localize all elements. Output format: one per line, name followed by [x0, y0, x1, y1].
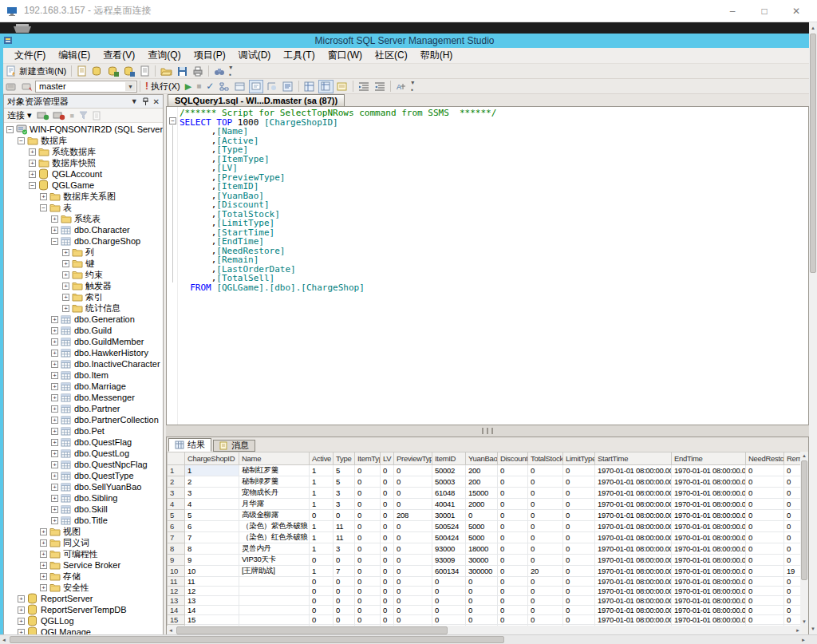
grid-cell[interactable]: 0 [528, 577, 563, 587]
tree-item[interactable]: +dbo.QuestLog [4, 448, 163, 459]
grid-cell[interactable]: 0 [310, 615, 334, 625]
grid-cell[interactable]: 0 [381, 577, 394, 587]
tree-item[interactable]: −数据库 [4, 135, 163, 146]
grid-cell[interactable]: 0 [432, 596, 466, 606]
grid-cell[interactable]: 0 [498, 510, 528, 521]
tab-messages[interactable]: 消息 [213, 440, 255, 452]
grid-cell[interactable] [239, 596, 310, 606]
grid-cell[interactable]: 0 [334, 606, 355, 615]
row-header[interactable]: 12 [168, 587, 185, 596]
grid-cell[interactable]: 0 [528, 476, 563, 488]
intellisense-button[interactable] [249, 80, 263, 93]
close-panel-icon[interactable]: ✕ [153, 97, 160, 106]
grid-cell[interactable]: 0 [498, 488, 528, 499]
tree-expander-icon[interactable]: + [51, 428, 58, 435]
copy-doc-button[interactable] [138, 65, 152, 78]
grid-cell[interactable]: 灵兽内丹 [239, 543, 310, 555]
grid-cell[interactable]: 0 [381, 587, 394, 596]
grid-cell[interactable]: 0 [784, 615, 803, 625]
tree-item[interactable]: +dbo.Marriage [4, 381, 163, 392]
grid-cell[interactable]: 0 [498, 465, 528, 476]
tree-expander-icon[interactable]: − [51, 238, 58, 245]
tree-expander-icon[interactable]: + [51, 517, 58, 524]
grid-cell[interactable]: 1970-01-01 08:00:00.000 [672, 488, 746, 499]
open-file-button[interactable] [159, 65, 174, 78]
grid-cell[interactable]: 0 [355, 577, 381, 587]
grid-cell[interactable]: 1 [310, 532, 334, 543]
grid-cell[interactable]: 19 [784, 566, 803, 577]
connect-query-button[interactable] [4, 80, 18, 93]
grid-cell[interactable]: 0 [355, 555, 381, 566]
grid-cell[interactable]: 0 [432, 577, 466, 587]
grid-cell[interactable]: 11 [185, 577, 239, 587]
menu-item[interactable]: 文件(F) [8, 47, 52, 64]
grid-cell[interactable]: 1970-01-01 08:00:00.000 [672, 606, 746, 615]
column-header[interactable]: NeedRestore [746, 452, 784, 465]
open-db-1-button[interactable] [90, 65, 105, 78]
tree-item[interactable]: +ReportServerTempDB [4, 604, 163, 615]
menu-item[interactable]: 窗口(W) [322, 47, 369, 64]
tree-expander-icon[interactable]: + [51, 215, 58, 223]
grid-cell[interactable]: 500424 [432, 532, 466, 543]
grid-cell[interactable]: 0 [355, 615, 381, 625]
grid-cell[interactable]: 0 [355, 465, 381, 476]
tree-expander-icon[interactable]: + [51, 316, 58, 323]
grid-cell[interactable]: 0 [746, 587, 784, 596]
grid-cell[interactable]: 0 [334, 596, 355, 606]
tree-item[interactable]: +系统表 [4, 213, 163, 224]
find-button[interactable] [212, 65, 227, 78]
grid-cell[interactable]: 0 [394, 587, 432, 596]
tree-expander-icon[interactable]: + [51, 383, 58, 390]
execute-button[interactable]: ! 执行(X) [144, 80, 182, 93]
tree-item[interactable]: +dbo.Pet [4, 425, 163, 437]
grid-cell[interactable]: 1970-01-01 08:00:00.000 [595, 566, 672, 577]
grid-cell[interactable]: 0 [563, 476, 595, 488]
grid-cell[interactable]: 0 [498, 566, 528, 577]
toolbar-overflow-icon[interactable]: ▾▪ [229, 64, 231, 78]
grid-cell[interactable]: 0 [466, 510, 498, 521]
sql-code[interactable]: /****** Script for SelectTopNRows comman… [180, 109, 496, 292]
column-header[interactable]: LimitType [563, 452, 595, 465]
row-header[interactable]: 11 [168, 577, 185, 587]
tree-expander-icon[interactable]: − [40, 204, 47, 211]
grid-cell[interactable]: 0 [746, 521, 784, 532]
grid-cell[interactable]: 0 [381, 566, 394, 577]
menu-item[interactable]: 调试(D) [232, 47, 278, 64]
grid-cell[interactable]: 0 [394, 476, 432, 488]
tree-item[interactable]: +ReportServer [4, 593, 163, 604]
grid-cell[interactable]: 0 [563, 465, 595, 476]
grid-cell[interactable]: 1 [310, 566, 334, 577]
grid-cell[interactable]: 0 [498, 606, 528, 615]
grid-cell[interactable]: 1970-01-01 08:00:00.000 [595, 488, 672, 499]
query-options-button[interactable] [233, 80, 247, 93]
grid-cell[interactable]: VIP30天卡 [239, 555, 310, 566]
grid-cell[interactable]: 0 [466, 596, 498, 606]
grid-cell[interactable]: 0 [355, 532, 381, 543]
grid-cell[interactable]: 0 [746, 488, 784, 499]
tree-item[interactable]: +dbo.QuestNpcFlag [4, 459, 163, 470]
grid-cell[interactable]: 8 [185, 543, 239, 555]
toolbar-overflow-icon[interactable]: ▾▪ [411, 79, 413, 93]
grid-cell[interactable]: 0 [394, 465, 432, 476]
grid-cell[interactable]: 0 [310, 606, 334, 615]
grid-cell[interactable]: 高级金柳露 [239, 510, 310, 521]
tree-expander-icon[interactable]: + [51, 350, 58, 357]
grid-cell[interactable]: 0 [498, 555, 528, 566]
grid-cell[interactable]: 0 [746, 577, 784, 587]
grid-cell[interactable]: 1970-01-01 08:00:00.000 [672, 587, 746, 596]
grid-cell[interactable]: 0 [381, 465, 394, 476]
grid-cell[interactable]: 0 [498, 577, 528, 587]
grid-cell[interactable]: 1970-01-01 08:00:00.000 [595, 577, 672, 587]
grid-cell[interactable]: 0 [432, 615, 466, 625]
grid-cell[interactable]: 0 [394, 521, 432, 532]
grid-cell[interactable]: 0 [394, 606, 432, 615]
grid-cell[interactable]: 13 [185, 596, 239, 606]
grid-cell[interactable]: 0 [746, 465, 784, 476]
grid-cell[interactable]: 0 [746, 532, 784, 543]
grid-cell[interactable]: 0 [563, 532, 595, 543]
grid-cell[interactable]: 5 [334, 465, 355, 476]
tree-expander-icon[interactable]: + [29, 160, 36, 167]
tree-expander-icon[interactable]: + [40, 584, 47, 591]
tree-item[interactable]: +同义词 [4, 537, 163, 548]
grid-cell[interactable]: 0 [394, 615, 432, 625]
